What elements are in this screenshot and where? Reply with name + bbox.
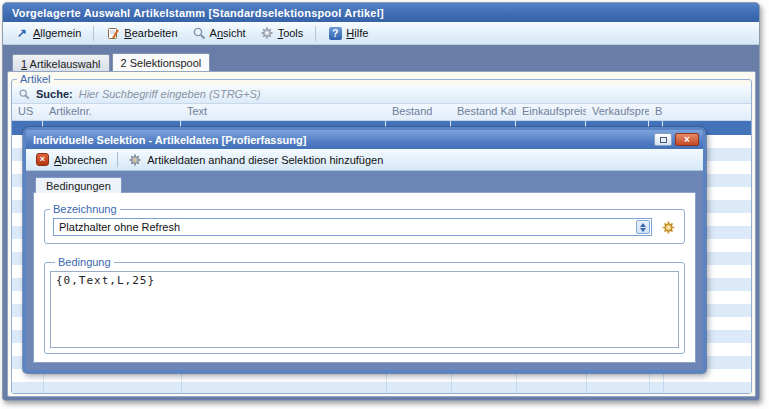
gear-stamp-icon xyxy=(128,153,142,167)
spinner-down-icon xyxy=(640,228,646,232)
bezeichnung-group-label: Bezeichnung xyxy=(50,203,120,215)
search-bar[interactable]: Suche: Hier Suchbegriff eingeben (STRG+S… xyxy=(12,85,751,104)
menu-separator xyxy=(315,26,316,41)
page: Vorgelagerte Auswahl Artikelstamm [Stand… xyxy=(0,0,769,409)
tab-artikelauswahl[interactable]: 1 Artikelauswahl xyxy=(12,54,110,71)
magnifier-icon xyxy=(192,26,206,40)
bezeichnung-groupbox: Bezeichnung Platzhalter ohne Refresh xyxy=(44,203,685,244)
search-label: Suche: xyxy=(36,88,73,100)
restore-button[interactable] xyxy=(654,133,672,146)
menu-bar: ↗ Allgemein Bearbeiten Ansicht T xyxy=(3,22,759,45)
column-header-us[interactable]: US xyxy=(12,104,43,120)
menu-item-tools[interactable]: Tools xyxy=(254,24,310,42)
column-header-artikelnr[interactable]: Artikelnr. xyxy=(43,104,181,120)
gear-icon xyxy=(260,26,274,40)
bedingung-group-label: Bedingung xyxy=(55,256,114,268)
column-header-spacer xyxy=(663,104,751,120)
menu-separator xyxy=(93,26,94,41)
search-input[interactable]: Hier Suchbegriff eingeben (STRG+S) xyxy=(79,88,261,100)
artikel-group-label: Artikel xyxy=(17,73,54,85)
dialog-body: Bedingungen Bezeichnung Platzhalter ohne… xyxy=(26,171,703,370)
column-header-bestand-kalk[interactable]: Bestand Kalk. xyxy=(451,104,516,120)
dialog-title: Individuelle Selektion - Artikeldaten [P… xyxy=(33,134,651,146)
cancel-label: Abbrechen xyxy=(54,154,107,166)
search-icon xyxy=(18,88,30,100)
restore-icon xyxy=(660,137,667,143)
column-header-text[interactable]: Text xyxy=(181,104,386,120)
tab-bedingungen[interactable]: Bedingungen xyxy=(35,177,122,193)
menu-label: Allgemein xyxy=(33,27,81,39)
column-header-einkaufspreis[interactable]: Einkaufspreis xyxy=(516,104,586,120)
menu-label: Tools xyxy=(278,27,304,39)
menu-item-allgemein[interactable]: ↗ Allgemein xyxy=(9,24,87,42)
close-icon: × xyxy=(684,135,690,145)
close-button[interactable]: × xyxy=(675,133,699,146)
cancel-button[interactable]: × Abbrechen xyxy=(31,151,112,168)
menu-item-ansicht[interactable]: Ansicht xyxy=(186,24,252,42)
combobox-value: Platzhalter ohne Refresh xyxy=(59,221,180,233)
bedingungen-panel: Bezeichnung Platzhalter ohne Refresh xyxy=(33,192,696,363)
dialog-toolbar: × Abbrechen Artikeldaten anhand dieser S… xyxy=(26,149,703,171)
table-header-row: US Artikelnr. Text Bestand Bestand Kalk.… xyxy=(12,104,751,121)
add-articles-button[interactable]: Artikeldaten anhand dieser Selektion hin… xyxy=(123,151,388,169)
menu-label: Ansicht xyxy=(210,27,246,39)
bezeichnung-combobox[interactable]: Platzhalter ohne Refresh xyxy=(53,218,652,236)
add-articles-label: Artikeldaten anhand dieser Selektion hin… xyxy=(147,154,383,166)
gold-gear-button[interactable] xyxy=(661,220,676,235)
edit-notepad-icon xyxy=(106,26,120,40)
menu-item-hilfe[interactable]: ? Hilfe xyxy=(322,24,374,42)
menu-label: Bearbeiten xyxy=(124,27,177,39)
toolbar-separator xyxy=(117,152,118,167)
column-header-bestand[interactable]: Bestand xyxy=(386,104,451,120)
arrow-up-right-icon: ↗ xyxy=(15,26,29,40)
spinner-up-icon xyxy=(640,223,646,227)
bedingung-textarea[interactable]: {0,Text,L,25} xyxy=(50,271,679,348)
main-titlebar: Vorgelagerte Auswahl Artikelstamm [Stand… xyxy=(3,3,759,22)
column-header-verkaufspreis[interactable]: Verkaufspreis xyxy=(586,104,649,120)
menu-item-bearbeiten[interactable]: Bearbeiten xyxy=(100,24,183,42)
main-window: Vorgelagerte Auswahl Artikelstamm [Stand… xyxy=(2,2,760,401)
help-icon: ? xyxy=(328,26,342,40)
dialog-titlebar: Individuelle Selektion - Artikeldaten [P… xyxy=(26,130,703,149)
bedingung-groupbox: Bedingung {0,Text,L,25} xyxy=(44,256,685,354)
cancel-x-icon: × xyxy=(36,153,49,166)
tab-strip: 1 Artikelauswahl 2 Selektionspool xyxy=(12,54,210,71)
window-title: Vorgelagerte Auswahl Artikelstamm [Stand… xyxy=(12,7,384,19)
individuelle-selektion-dialog: Individuelle Selektion - Artikeldaten [P… xyxy=(23,127,706,373)
tab-selektionspool[interactable]: 2 Selektionspool xyxy=(112,53,211,71)
menu-label: Hilfe xyxy=(346,27,368,39)
column-header-b[interactable]: B xyxy=(649,104,663,120)
combobox-spinner[interactable] xyxy=(636,220,650,234)
